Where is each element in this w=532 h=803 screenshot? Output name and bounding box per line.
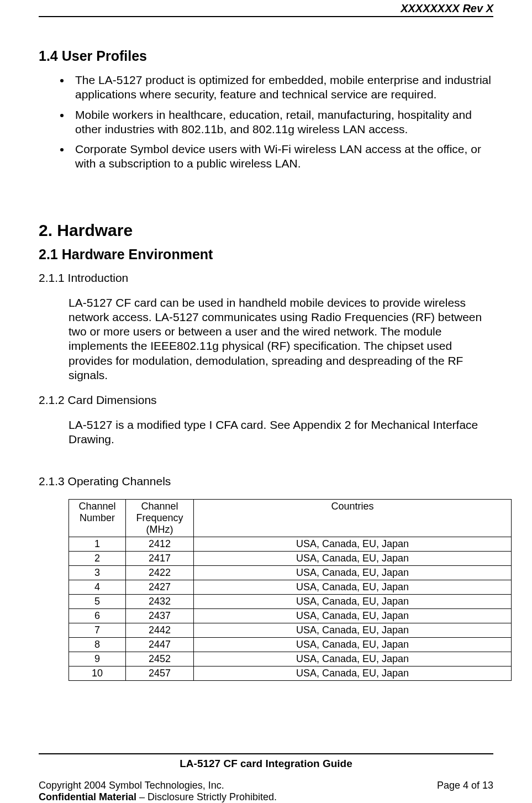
section-operating-channels-heading: 2.1.3 Operating Channels bbox=[39, 475, 493, 488]
cell-countries: USA, Canada, EU, Japan bbox=[194, 594, 512, 608]
list-item: Mobile workers in healthcare, education,… bbox=[71, 108, 493, 137]
section-user-profiles-heading: 1.4 User Profiles bbox=[39, 48, 493, 64]
cell-countries: USA, Canada, EU, Japan bbox=[194, 537, 512, 551]
section-intro-heading: 2.1.1 Introduction bbox=[39, 271, 493, 285]
cell-countries: USA, Canada, EU, Japan bbox=[194, 551, 512, 565]
cell-channel-frequency: 2447 bbox=[126, 637, 194, 652]
list-item: The LA-5127 product is optimized for emb… bbox=[71, 73, 493, 102]
table-row: 22417USA, Canada, EU, Japan bbox=[69, 551, 512, 565]
footer-copyright: Copyright 2004 Symbol Technologies, Inc. bbox=[39, 780, 224, 791]
table-row: 52432USA, Canada, EU, Japan bbox=[69, 594, 512, 608]
th-channel-number: Channel Number bbox=[69, 499, 126, 537]
cell-countries: USA, Canada, EU, Japan bbox=[194, 580, 512, 594]
table-row: 102457USA, Canada, EU, Japan bbox=[69, 666, 512, 680]
footer-title: LA-5127 CF card Integration Guide bbox=[39, 758, 493, 770]
cell-channel-number: 8 bbox=[69, 637, 126, 652]
page-footer: LA-5127 CF card Integration Guide Copyri… bbox=[39, 753, 493, 803]
cell-countries: USA, Canada, EU, Japan bbox=[194, 623, 512, 637]
table-row: 62437USA, Canada, EU, Japan bbox=[69, 608, 512, 623]
footer-page-number: Page 4 of 13 bbox=[437, 780, 493, 791]
cell-channel-frequency: 2442 bbox=[126, 623, 194, 637]
cell-channel-frequency: 2412 bbox=[126, 537, 194, 551]
channels-table: Channel Number Channel Frequency (MHz) C… bbox=[69, 499, 512, 681]
cell-channel-number: 4 bbox=[69, 580, 126, 594]
cell-channel-number: 1 bbox=[69, 537, 126, 551]
section-hardware-heading: 2. Hardware bbox=[39, 221, 493, 240]
cell-channel-frequency: 2417 bbox=[126, 551, 194, 565]
footer-confidential: Confidential Material – Disclosure Stric… bbox=[39, 791, 493, 803]
table-header-row: Channel Number Channel Frequency (MHz) C… bbox=[69, 499, 512, 537]
cell-countries: USA, Canada, EU, Japan bbox=[194, 565, 512, 580]
cell-countries: USA, Canada, EU, Japan bbox=[194, 666, 512, 680]
header-revision: XXXXXXXX Rev X bbox=[39, 0, 493, 15]
section-card-dimensions-heading: 2.1.2 Card Dimensions bbox=[39, 393, 493, 407]
cell-channel-frequency: 2422 bbox=[126, 565, 194, 580]
cell-countries: USA, Canada, EU, Japan bbox=[194, 637, 512, 652]
th-countries: Countries bbox=[194, 499, 512, 537]
cell-countries: USA, Canada, EU, Japan bbox=[194, 652, 512, 666]
table-row: 42427USA, Canada, EU, Japan bbox=[69, 580, 512, 594]
footer-confidential-rest: – Disclosure Strictly Prohibited. bbox=[136, 791, 277, 802]
cell-channel-number: 9 bbox=[69, 652, 126, 666]
cell-countries: USA, Canada, EU, Japan bbox=[194, 608, 512, 623]
card-dimensions-paragraph: LA-5127 is a modified type I CFA card. S… bbox=[39, 418, 493, 447]
cell-channel-number: 10 bbox=[69, 666, 126, 680]
table-row: 92452USA, Canada, EU, Japan bbox=[69, 652, 512, 666]
section-hardware-env-heading: 2.1 Hardware Environment bbox=[39, 246, 493, 263]
cell-channel-number: 5 bbox=[69, 594, 126, 608]
cell-channel-frequency: 2452 bbox=[126, 652, 194, 666]
cell-channel-frequency: 2432 bbox=[126, 594, 194, 608]
user-profiles-list: The LA-5127 product is optimized for emb… bbox=[39, 73, 493, 171]
cell-channel-number: 3 bbox=[69, 565, 126, 580]
table-row: 72442USA, Canada, EU, Japan bbox=[69, 623, 512, 637]
table-row: 32422USA, Canada, EU, Japan bbox=[69, 565, 512, 580]
th-channel-frequency: Channel Frequency (MHz) bbox=[126, 499, 194, 537]
footer-confidential-bold: Confidential Material bbox=[39, 791, 136, 802]
table-row: 82447USA, Canada, EU, Japan bbox=[69, 637, 512, 652]
cell-channel-frequency: 2437 bbox=[126, 608, 194, 623]
cell-channel-number: 2 bbox=[69, 551, 126, 565]
cell-channel-number: 6 bbox=[69, 608, 126, 623]
footer-rule bbox=[39, 753, 493, 754]
intro-paragraph: LA-5127 CF card can be used in handheld … bbox=[39, 296, 493, 383]
cell-channel-frequency: 2427 bbox=[126, 580, 194, 594]
list-item: Corporate Symbol device users with Wi-Fi… bbox=[71, 142, 493, 171]
cell-channel-frequency: 2457 bbox=[126, 666, 194, 680]
table-row: 12412USA, Canada, EU, Japan bbox=[69, 537, 512, 551]
cell-channel-number: 7 bbox=[69, 623, 126, 637]
